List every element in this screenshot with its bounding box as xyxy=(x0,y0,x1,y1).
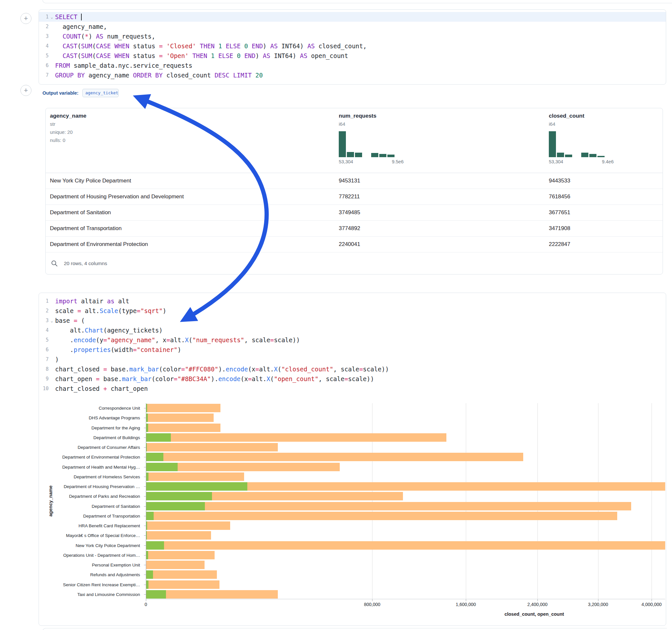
code-text: scale = alt.Scale(type="sqrt") xyxy=(55,307,666,314)
column-type: i64 xyxy=(339,121,404,127)
bar-open-count xyxy=(146,453,163,461)
bar-open-count xyxy=(146,463,178,471)
bar-closed-count xyxy=(146,541,665,550)
code-text: .properties(width="container") xyxy=(55,346,666,353)
line-number: 7 xyxy=(39,72,49,78)
histogram-bar xyxy=(347,152,354,157)
bar-open-count xyxy=(146,571,153,579)
column-name: num_requests xyxy=(339,113,404,119)
bar-open-count xyxy=(146,433,171,442)
code-line[interactable]: 7) xyxy=(39,355,666,364)
code-line[interactable]: 2 agency_name, xyxy=(39,22,666,31)
code-text: chart_closed + chart_open xyxy=(55,385,666,392)
y-tick-label: Department of Homeless Services xyxy=(74,475,140,479)
code-line[interactable]: 5 CAST(SUM(CASE WHEN status = 'Open' THE… xyxy=(39,51,666,60)
code-text: agency_name, xyxy=(55,23,666,30)
code-line[interactable]: 5 .encode(y="agency_name", x=alt.X("num_… xyxy=(39,335,666,345)
line-number: 4 xyxy=(39,43,49,49)
x-axis-title: closed_count, open_count xyxy=(504,611,564,617)
bar-closed-count xyxy=(146,453,523,461)
table-row: Department of Housing Preservation and D… xyxy=(46,189,663,205)
y-tick-label: Department of Consumer Affairs xyxy=(77,445,140,450)
code-line[interactable]: 6 .properties(width="container") xyxy=(39,345,666,355)
line-number: 5 xyxy=(39,337,49,343)
code-line[interactable]: 6FROM sample_data.nyc.service_requests xyxy=(39,60,666,70)
search-icon[interactable] xyxy=(51,260,58,267)
code-line[interactable]: 2scale = alt.Scale(type="sqrt") xyxy=(39,306,666,316)
table-cell-agency: Department of Transportation xyxy=(50,225,122,232)
y-tick-label: Operations Unit - Department of Hom… xyxy=(63,553,140,558)
bar-closed-count xyxy=(146,571,217,579)
line-number: 10 xyxy=(39,386,49,391)
y-tick-label: Taxi and Limousine Commission xyxy=(77,592,140,597)
bar-closed-count xyxy=(146,561,205,569)
line-number: 4 xyxy=(39,327,49,333)
line-number: 6 xyxy=(39,347,49,353)
code-line[interactable]: 4 alt.Chart(agency_tickets) xyxy=(39,325,666,335)
bar-closed-count xyxy=(146,502,631,510)
y-tick-label: HRA Benefit Card Replacement xyxy=(78,524,140,528)
bar-closed-count xyxy=(146,423,220,432)
gridline xyxy=(598,403,598,599)
x-tick xyxy=(372,599,373,601)
code-text: CAST(SUM(CASE WHEN status = 'Closed' THE… xyxy=(55,43,666,50)
line-number: 1 xyxy=(39,14,49,20)
line-number: 3 xyxy=(39,318,49,323)
output-variable-chip[interactable]: agency_tickets xyxy=(82,89,119,97)
y-tick-label: Department of Health and Mental Hyg… xyxy=(62,465,140,469)
output-variable-label: Output variable: xyxy=(43,91,78,96)
x-tick xyxy=(537,599,538,601)
python-code-editor[interactable]: 1import altair as alt2scale = alt.Scale(… xyxy=(39,296,666,393)
table-cell-num: 3774892 xyxy=(339,225,360,232)
row-column-count: 20 rows, 4 columns xyxy=(64,261,107,266)
x-tick-label: 800,000 xyxy=(364,602,381,607)
code-line[interactable]: 9chart_open = base.mark_bar(color="#8BC3… xyxy=(39,374,666,384)
fold-chevron-icon[interactable]: ⌄ xyxy=(49,15,55,20)
code-text: FROM sample_data.nyc.service_requests xyxy=(55,62,666,69)
code-text: SELECT xyxy=(55,13,666,20)
code-line[interactable]: 1⌄SELECT xyxy=(39,12,666,22)
code-line[interactable]: 8chart_closed = base.mark_bar(color="#FF… xyxy=(39,364,666,374)
code-line[interactable]: 10chart_closed + chart_open xyxy=(39,384,666,393)
code-line[interactable]: 7GROUP BY agency_name ORDER BY closed_co… xyxy=(39,70,666,80)
bar-closed-count xyxy=(146,512,617,520)
add-cell-button-output[interactable]: + xyxy=(20,85,31,96)
code-text: COUNT(*) AS num_requests, xyxy=(55,33,666,40)
y-tick-label: Senior Citizen Rent Increase Exempti… xyxy=(63,582,140,587)
histogram-bar xyxy=(339,131,346,157)
table-cell-num: 3749485 xyxy=(339,209,360,216)
y-tick-label: Mayorâ€ s Office of Special Enforce… xyxy=(66,533,140,538)
x-tick xyxy=(146,599,146,601)
code-text: import altair as alt xyxy=(55,297,666,305)
code-line[interactable]: 3 COUNT(*) AS num_requests, xyxy=(39,31,666,41)
gridline xyxy=(652,403,652,599)
line-number: 9 xyxy=(39,376,49,382)
histogram-bar xyxy=(581,153,589,157)
line-number: 8 xyxy=(39,366,49,372)
bar-open-count xyxy=(146,413,148,422)
text-cursor xyxy=(81,14,82,20)
table-row: Department of Transportation377489234719… xyxy=(46,221,663,237)
y-tick-label: Department of Sanitation xyxy=(92,504,140,509)
bar-closed-count xyxy=(146,531,211,539)
histogram-range-min: 53,304 xyxy=(549,159,563,164)
bar-closed-count xyxy=(146,413,214,422)
add-cell-button-top[interactable]: + xyxy=(20,13,31,24)
sql-code-editor[interactable]: 1⌄SELECT 2 agency_name,3 COUNT(*) AS num… xyxy=(39,12,666,80)
bar-open-count xyxy=(146,512,154,520)
table-cell-closed: 3471908 xyxy=(549,225,570,232)
histogram-bar xyxy=(355,153,362,157)
y-tick-label: Department of Environmental Protection xyxy=(62,455,140,460)
fold-chevron-icon[interactable]: ⌄ xyxy=(49,318,55,323)
code-line[interactable]: 3⌄base = ( xyxy=(39,316,666,325)
code-line[interactable]: 1import altair as alt xyxy=(39,296,666,306)
histogram-bar xyxy=(549,131,556,157)
column-type: i64 xyxy=(549,121,614,127)
bar-closed-count xyxy=(146,433,447,442)
column-name: closed_count xyxy=(549,113,614,119)
table-footer: 20 rows, 4 columns xyxy=(46,252,663,274)
code-line[interactable]: 4 CAST(SUM(CASE WHEN status = 'Closed' T… xyxy=(39,41,666,51)
histogram-range: 53,304 9.4e6 xyxy=(549,159,614,164)
histogram-range-min: 53,304 xyxy=(339,159,353,164)
histogram-bar xyxy=(379,154,386,157)
